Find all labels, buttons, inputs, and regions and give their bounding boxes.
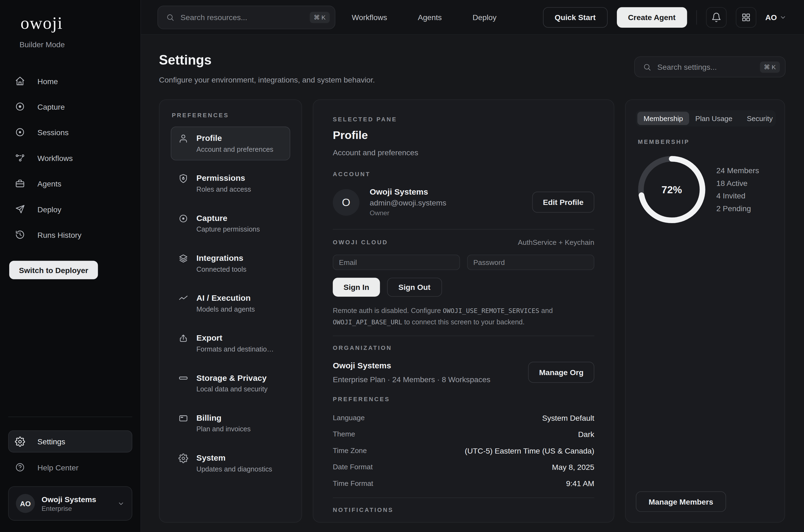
settings-search-input[interactable]: Search settings... ⌘ K: [634, 56, 786, 77]
tab-security[interactable]: Security: [741, 112, 779, 125]
note-text: to connect this screen to your backend.: [402, 318, 525, 326]
manage-org-button[interactable]: Manage Org: [528, 362, 594, 382]
sidebar-item-capture[interactable]: Capture: [8, 94, 132, 119]
sidebar-item-label: Workflows: [37, 153, 73, 162]
apps-grid-button[interactable]: [735, 7, 756, 27]
history-icon: [15, 230, 25, 240]
gear-icon: [15, 436, 25, 446]
agents-icon: [15, 178, 25, 189]
pref-item-title: Capture: [196, 212, 260, 223]
grid-icon: [741, 12, 751, 22]
pref-item-integrations[interactable]: Integrations Connected tools: [171, 246, 290, 280]
pref-value: Dark: [578, 430, 594, 438]
tab-plan-usage[interactable]: Plan Usage: [689, 112, 738, 125]
manage-members-button[interactable]: Manage Members: [636, 491, 726, 512]
sign-in-button[interactable]: Sign In: [333, 278, 380, 297]
home-icon: [15, 76, 25, 86]
pref-value: May 8, 2025: [552, 462, 594, 471]
pref-item-subtitle: Updates and diagnostics: [196, 465, 272, 474]
sidebar-item-workflows[interactable]: Workflows: [8, 145, 132, 170]
help-icon: [15, 462, 25, 473]
password-field[interactable]: [467, 254, 594, 270]
sidebar-item-label: Runs History: [37, 230, 81, 239]
sidebar-account-switcher[interactable]: AO Owoji Systems Enterprise: [8, 486, 132, 520]
topbar-links: Workflows Agents Deploy: [352, 13, 496, 21]
organization-name: Owoji Systems: [333, 360, 490, 372]
cloud-section-header: OWOJI CLOUD AuthService + Keychain: [333, 238, 594, 246]
workflows-icon: [15, 153, 25, 163]
sidebar-item-agents[interactable]: Agents: [8, 171, 132, 196]
create-agent-button[interactable]: Create Agent: [617, 7, 687, 27]
global-search-input[interactable]: Search resources... ⌘ K: [158, 5, 335, 29]
search-placeholder: Search resources...: [180, 13, 303, 21]
env-var-code: OWOJI_USE_REMOTE_SERVICES: [443, 307, 539, 315]
sidebar-nav: Home Capture Sessions Workflows Agents D…: [8, 68, 132, 248]
pref-item-export[interactable]: Export Formats and destinatio…: [171, 326, 290, 360]
page-heading: Settings Configure your environment, int…: [159, 52, 375, 84]
search-icon: [166, 13, 175, 21]
pref-item-permissions[interactable]: Permissions Roles and access: [171, 167, 290, 201]
pref-item-billing[interactable]: Billing Plan and invoices: [171, 406, 290, 440]
edit-profile-button[interactable]: Edit Profile: [532, 192, 594, 212]
pref-item-storage-privacy[interactable]: Storage & Privacy Local data and securit…: [171, 366, 290, 400]
account-role: Owner: [370, 208, 446, 218]
pref-item-title: Billing: [196, 413, 251, 423]
preferences-heading: PREFERENCES: [172, 112, 290, 118]
sidebar: owoji Builder Mode Home Capture Sessions…: [0, 0, 141, 532]
sidebar-item-help-center[interactable]: Help Center: [8, 455, 132, 479]
topbar-link-agents[interactable]: Agents: [418, 13, 442, 21]
main-content: Settings Configure your environment, int…: [141, 35, 804, 532]
sidebar-item-label: Home: [37, 77, 58, 85]
pref-label: Time Format: [333, 479, 373, 487]
pref-item-subtitle: Capture permissions: [196, 225, 260, 234]
pref-item-subtitle: Roles and access: [196, 185, 251, 194]
sidebar-item-sessions[interactable]: Sessions: [8, 119, 132, 145]
credit-card-icon: [179, 413, 188, 423]
pref-item-ai-execution[interactable]: AI / Execution Models and agents: [171, 286, 290, 320]
remote-auth-note: Remote auth is disabled. Configure OWOJI…: [333, 305, 594, 328]
pane-subtitle: Account and preferences: [333, 148, 594, 157]
account-info: Owoji Systems Enterprise: [41, 494, 96, 513]
email-field[interactable]: [333, 254, 460, 270]
sidebar-item-deploy[interactable]: Deploy: [8, 196, 132, 222]
topbar-link-workflows[interactable]: Workflows: [352, 13, 387, 21]
pref-row-timezone: Time Zone (UTC-5) Eastern Time (US & Can…: [333, 442, 594, 458]
account-email: admin@owoji.systems: [370, 197, 446, 208]
pref-item-profile[interactable]: Profile Account and preferences: [171, 127, 290, 160]
tab-membership[interactable]: Membership: [637, 112, 689, 125]
pref-item-system[interactable]: System Updates and diagnostics: [171, 446, 290, 480]
user-icon: [179, 134, 188, 144]
sidebar-item-settings[interactable]: Settings: [8, 431, 132, 453]
topbar-link-deploy[interactable]: Deploy: [473, 13, 496, 21]
topbar-separator: [696, 10, 697, 24]
chevron-down-icon: [117, 500, 124, 507]
pref-item-title: Permissions: [196, 173, 251, 184]
pref-item-subtitle: Local data and security: [196, 385, 268, 394]
pref-row-theme: Theme Dark: [333, 426, 594, 442]
pref-item-title: Export: [196, 332, 274, 343]
sidebar-footer: Settings Help Center AO Owoji Systems En…: [8, 417, 132, 520]
sidebar-item-home[interactable]: Home: [8, 68, 132, 94]
pref-item-subtitle: Connected tools: [196, 265, 246, 274]
membership-panel: Membership Plan Usage Security MEMBERSHI…: [625, 99, 785, 522]
profile-pane: SELECTED PANE Profile Account and prefer…: [313, 99, 615, 522]
pref-item-capture[interactable]: Capture Capture permissions: [171, 207, 290, 241]
switch-to-deployer-button[interactable]: Switch to Deployer: [9, 261, 98, 279]
app-logo: owoji: [21, 13, 132, 33]
avatar: AO: [16, 494, 35, 513]
membership-heading: MEMBERSHIP: [638, 139, 774, 145]
notifications-section-heading: NOTIFICATIONS: [333, 507, 594, 513]
pref-item-subtitle: Account and preferences: [196, 145, 273, 154]
gear-icon: [179, 454, 188, 463]
account-name: Owoji Systems: [370, 187, 446, 197]
topbar-account-menu[interactable]: AO: [765, 13, 786, 21]
pref-item-title: System: [196, 453, 272, 463]
circle-dot-icon: [179, 214, 188, 223]
quick-start-button[interactable]: Quick Start: [543, 7, 607, 27]
sidebar-item-runs-history[interactable]: Runs History: [8, 222, 132, 247]
notifications-button[interactable]: [706, 7, 727, 27]
sign-out-button[interactable]: Sign Out: [387, 278, 442, 297]
membership-tabs: Membership Plan Usage Security: [636, 110, 776, 127]
divider: [333, 229, 594, 230]
search-icon: [643, 63, 651, 71]
